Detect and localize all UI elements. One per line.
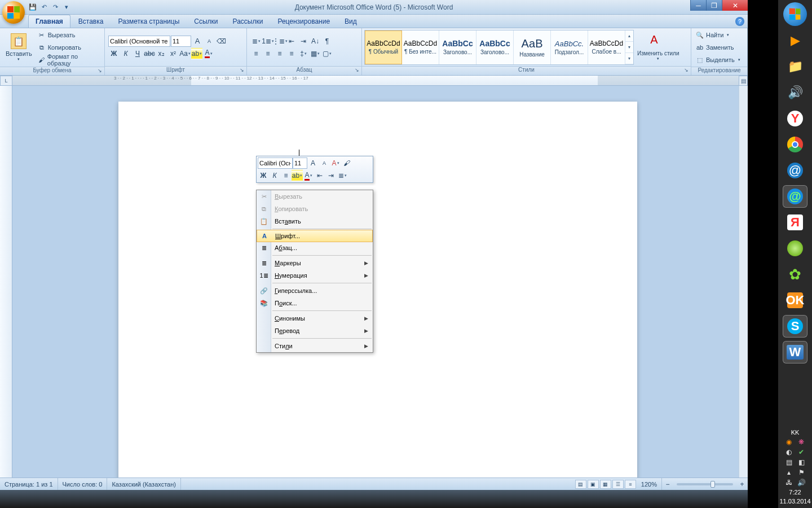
- show-hidden-icons[interactable]: ▴: [785, 468, 793, 476]
- tray-icon[interactable]: ❋: [797, 438, 805, 446]
- cm-copy[interactable]: ⧉Копировать: [257, 203, 373, 215]
- view-draft-icon[interactable]: ≡: [625, 480, 636, 489]
- tab-view[interactable]: Вид: [338, 15, 364, 28]
- tab-references[interactable]: Ссылки: [187, 15, 224, 28]
- increase-indent-icon[interactable]: ⇥: [325, 170, 337, 181]
- tray-date[interactable]: 11.03.2014: [779, 498, 810, 505]
- shading-icon[interactable]: ▦: [310, 48, 321, 59]
- media-player-icon[interactable]: ▶: [783, 29, 807, 52]
- view-web-icon[interactable]: ▦: [600, 480, 611, 489]
- icq-icon[interactable]: ✿: [783, 263, 807, 286]
- zoom-slider[interactable]: [677, 483, 733, 485]
- page[interactable]: [118, 102, 637, 478]
- style-title[interactable]: АаВНазвание: [514, 30, 551, 64]
- cm-lookup[interactable]: 📚Поиск...: [257, 297, 373, 309]
- explorer-icon[interactable]: 📁: [783, 55, 807, 78]
- line-spacing-icon[interactable]: ‡: [298, 48, 309, 59]
- zoom-out-icon[interactable]: −: [662, 479, 673, 490]
- view-full-screen-icon[interactable]: ▣: [588, 480, 599, 489]
- strike-icon[interactable]: abc: [144, 48, 155, 59]
- vertical-scrollbar[interactable]: [739, 86, 748, 478]
- find-button[interactable]: 🔍Найти▾: [694, 29, 743, 41]
- chrome-icon[interactable]: [783, 133, 807, 156]
- save-icon[interactable]: 💾: [28, 3, 37, 12]
- cut-button[interactable]: ✂Вырезать: [36, 29, 102, 41]
- borders-icon[interactable]: ▢: [321, 48, 333, 59]
- underline-icon[interactable]: Ч: [132, 48, 143, 59]
- skype-icon[interactable]: S: [783, 315, 807, 338]
- cm-font[interactable]: AШрифт...: [257, 230, 373, 242]
- cm-bullets[interactable]: ≣Маркеры▶: [257, 257, 373, 269]
- bullets-icon[interactable]: ≣: [250, 36, 262, 47]
- align-center-icon[interactable]: ≡: [280, 170, 292, 181]
- grow-font-icon[interactable]: A: [192, 36, 203, 47]
- style-heading1[interactable]: AaBbCcЗаголово...: [439, 30, 476, 64]
- change-case-icon[interactable]: Aa: [179, 48, 191, 59]
- status-language[interactable]: Казахский (Казахстан): [107, 478, 180, 490]
- mini-font-input[interactable]: [258, 157, 293, 169]
- select-button[interactable]: ⬚Выделить▾: [694, 54, 743, 65]
- tray-icon[interactable]: ✔: [797, 448, 805, 456]
- bold-icon[interactable]: Ж: [108, 48, 120, 59]
- bullets-icon[interactable]: ≣: [337, 170, 348, 181]
- tab-insert[interactable]: Вставка: [72, 15, 111, 28]
- highlight-icon[interactable]: ab: [191, 48, 202, 59]
- align-center-icon[interactable]: ≡: [262, 48, 273, 59]
- styles-quick-icon[interactable]: A: [330, 157, 341, 169]
- cm-styles[interactable]: Стили▶: [257, 340, 373, 352]
- yandex-icon[interactable]: Y: [783, 107, 807, 130]
- zoom-percent[interactable]: 120%: [637, 478, 662, 490]
- mail-ru-icon[interactable]: @: [783, 185, 807, 208]
- superscript-icon[interactable]: x²: [167, 48, 179, 59]
- cm-paste[interactable]: 📋Вставить: [257, 215, 373, 227]
- font-name-input[interactable]: [108, 36, 170, 47]
- cm-paragraph[interactable]: ≣Абзац...: [257, 242, 373, 254]
- close-button[interactable]: ✕: [722, 0, 748, 11]
- tab-mailings[interactable]: Рассылки: [226, 15, 270, 28]
- change-styles-button[interactable]: A Изменить стили ▾: [634, 29, 682, 65]
- dialog-launcher-icon[interactable]: ↘: [96, 68, 103, 75]
- align-right-icon[interactable]: ≡: [274, 48, 285, 59]
- cm-numbering[interactable]: 1≣Нумерация▶: [257, 269, 373, 282]
- tray-time[interactable]: 7:22: [789, 489, 801, 496]
- help-icon[interactable]: ?: [735, 17, 744, 26]
- font-color-icon[interactable]: A: [203, 48, 214, 59]
- mini-size-input[interactable]: [293, 157, 307, 169]
- style-no-spacing[interactable]: AaBbCcDd¶ Без инте...: [402, 30, 439, 64]
- style-subtitle[interactable]: AaBbCc.Подзагол...: [551, 30, 588, 64]
- view-print-layout-icon[interactable]: ▤: [575, 480, 586, 489]
- minimize-button[interactable]: ─: [690, 0, 706, 11]
- word-app-icon[interactable]: W: [783, 341, 807, 364]
- action-center-icon[interactable]: ⚑: [797, 468, 805, 476]
- bold-icon[interactable]: Ж: [258, 170, 269, 181]
- font-color-icon[interactable]: A: [303, 170, 314, 181]
- cm-translate[interactable]: Перевод▶: [257, 325, 373, 337]
- windows-taskbar[interactable]: [0, 490, 748, 508]
- volume-icon[interactable]: 🔊: [797, 479, 805, 487]
- tab-review[interactable]: Рецензирование: [271, 15, 337, 28]
- volume-app-icon[interactable]: 🔊: [783, 81, 807, 104]
- show-marks-icon[interactable]: ¶: [321, 36, 333, 47]
- replace-button[interactable]: abЗаменить: [694, 42, 743, 53]
- tray-icon[interactable]: ◐: [785, 448, 793, 456]
- network-icon[interactable]: 🖧: [785, 479, 793, 487]
- tray-language[interactable]: KK: [791, 429, 800, 436]
- shrink-font-icon[interactable]: A: [204, 36, 215, 47]
- office-button[interactable]: [2, 1, 25, 24]
- italic-icon[interactable]: К: [120, 48, 131, 59]
- decrease-indent-icon[interactable]: ⇤: [314, 170, 325, 181]
- format-painter-button[interactable]: 🖌Формат по образцу: [36, 54, 102, 65]
- copy-button[interactable]: ⧉Копировать: [36, 42, 102, 53]
- dialog-launcher-icon[interactable]: ↘: [354, 67, 360, 74]
- font-size-input[interactable]: [171, 36, 191, 47]
- subscript-icon[interactable]: x₂: [156, 48, 167, 59]
- style-subtle-emph[interactable]: AaBbCcDdСлабое в...: [588, 30, 625, 64]
- highlight-icon[interactable]: ab: [292, 170, 303, 181]
- paste-button[interactable]: Вставить ▾: [2, 29, 36, 65]
- tray-icon[interactable]: ▤: [785, 458, 793, 466]
- grow-font-icon[interactable]: A: [307, 157, 319, 169]
- browser-globe-icon[interactable]: [783, 237, 807, 260]
- dialog-launcher-icon[interactable]: ↘: [239, 67, 245, 74]
- tray-icon[interactable]: ◧: [797, 458, 805, 466]
- style-heading2[interactable]: AaBbCcЗаголово...: [476, 30, 514, 64]
